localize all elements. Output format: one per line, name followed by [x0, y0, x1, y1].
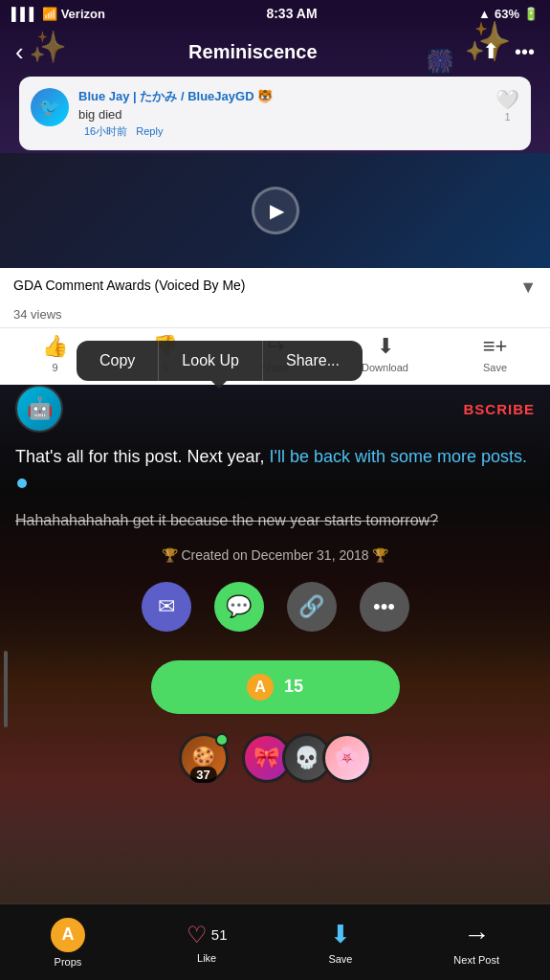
post-text: That's all for this post. Next year, I'l…: [15, 444, 535, 496]
yt-views: 34 views: [0, 307, 550, 327]
top-navigation: ‹ Reminiscence ⬆ •••: [0, 27, 550, 77]
context-menu: Copy Look Up Share...: [77, 341, 363, 381]
comment-card: 🐦 Blue Jay | たかみ / BlueJayGD 🐯 big died …: [19, 77, 531, 150]
wifi-icon: 📶: [42, 7, 57, 21]
author-avatar[interactable]: 🤖: [15, 385, 63, 433]
back-button[interactable]: ‹: [15, 37, 24, 67]
context-copy[interactable]: Copy: [77, 341, 159, 381]
yt-info: GDA Comment Awards (Voiced By Me) ▼: [0, 268, 550, 307]
nav-right-actions: ⬆ •••: [482, 39, 535, 64]
carrier-label: Verizon: [61, 7, 105, 21]
yt-like-count: 9: [52, 362, 57, 373]
like-count-row: ♡ 51: [187, 922, 228, 948]
save-label: Save: [328, 953, 352, 965]
comment-content: Blue Jay | たかみ / BlueJayGD 🐯 big died 16…: [78, 88, 486, 139]
next-post-icon: →: [463, 920, 490, 950]
strikethrough-text: Hahahahahahah get it because the new yea…: [15, 509, 535, 532]
props-button[interactable]: A 15: [151, 660, 400, 714]
status-right: ▲ 63% 🔋: [478, 7, 539, 21]
like-count-value: 51: [211, 926, 228, 943]
context-lookup[interactable]: Look Up: [159, 341, 263, 381]
comment-likes: 1: [504, 111, 510, 122]
props-count: 15: [284, 677, 303, 696]
chat-icon: 💬: [226, 594, 252, 619]
props-letter: A: [61, 924, 74, 945]
like-label: Like: [197, 952, 216, 964]
nav-next-post[interactable]: → Next Post: [453, 920, 499, 966]
subscribe-button[interactable]: BSCRIBE: [463, 401, 535, 417]
comment-meta: 16小时前 Reply: [78, 124, 486, 139]
props-label: Props: [55, 956, 82, 968]
comment-avatar: 🐦: [31, 88, 69, 126]
props-icon: A: [247, 674, 274, 701]
comment-reply[interactable]: Reply: [136, 125, 163, 137]
page-title: Reminiscence: [188, 41, 318, 63]
battery-label: 63%: [495, 7, 519, 21]
location-icon: ▲: [478, 7, 491, 21]
comment-time: 16小时前: [84, 125, 127, 137]
yt-download-label: Download: [362, 362, 408, 373]
next-post-label: Next Post: [453, 954, 499, 966]
created-date: 🏆 Created on December 31, 2018 🏆: [15, 547, 535, 563]
profile-avatars-row: 🍪 37 🎀 💀 🌸: [15, 733, 535, 783]
signal-icon: ▌▌▌: [11, 7, 38, 21]
chat-button[interactable]: 💬: [214, 582, 264, 632]
status-time: 8:33 AM: [266, 6, 317, 21]
link-icon: 🔗: [298, 594, 324, 619]
more-button[interactable]: •••: [360, 582, 409, 632]
context-share[interactable]: Share...: [263, 341, 363, 381]
link-button[interactable]: 🔗: [287, 582, 337, 632]
yt-title: GDA Comment Awards (Voiced By Me): [13, 278, 512, 293]
yt-save-label: Save: [483, 362, 507, 373]
status-carrier: ▌▌▌ 📶 Verizon: [11, 7, 105, 21]
heart-nav-icon: ♡: [187, 922, 208, 948]
yt-dropdown-icon[interactable]: ▼: [519, 278, 537, 298]
nav-save[interactable]: ⬇ Save: [328, 920, 352, 965]
nav-props[interactable]: A Props: [51, 918, 85, 968]
comment-count: 37: [196, 768, 209, 782]
bottom-navigation: A Props ♡ 51 Like ⬇ Save → Next Post: [0, 903, 550, 980]
thumbs-up-icon: 👍: [42, 334, 68, 359]
selected-text: I'll be back with some more posts.: [270, 447, 528, 466]
online-indicator: [215, 733, 229, 746]
status-bar: ▌▌▌ 📶 Verizon 8:33 AM ▲ 63% 🔋: [0, 0, 550, 27]
save-playlist-icon: ≡+: [483, 334, 508, 359]
yt-thumbnail: ▶: [0, 153, 550, 268]
likers-avatars: 🎀 💀 🌸: [252, 733, 372, 783]
more-options-icon[interactable]: •••: [515, 41, 535, 63]
post-author-row: 🤖 BSCRIBE: [15, 385, 535, 433]
comment-counter-wrapper: 🍪 37: [179, 733, 229, 783]
content-area: 🤖 BSCRIBE That's all for this post. Next…: [0, 373, 550, 810]
comment-heart[interactable]: 🤍 1: [495, 88, 519, 122]
liker-avatar-3[interactable]: 🌸: [322, 733, 372, 783]
share-icon[interactable]: ⬆: [482, 39, 499, 64]
battery-icon: 🔋: [523, 7, 539, 21]
mail-icon: ✉: [158, 594, 175, 619]
left-indicator: [4, 651, 8, 727]
props-nav-icon: A: [51, 918, 85, 952]
comment-count-badge: 37: [189, 767, 216, 783]
save-nav-icon: ⬇: [330, 920, 351, 949]
heart-icon: 🤍: [495, 88, 519, 111]
action-buttons: ✉ 💬 🔗 •••: [15, 582, 535, 632]
mail-button[interactable]: ✉: [142, 582, 191, 632]
comment-text: big died: [78, 107, 486, 122]
download-icon: ⬇: [377, 334, 394, 359]
yt-save-action[interactable]: ≡+ Save: [462, 334, 529, 373]
nav-like[interactable]: ♡ 51 Like: [187, 922, 228, 964]
comment-username: Blue Jay | たかみ / BlueJayGD 🐯: [78, 88, 486, 105]
more-icon: •••: [373, 594, 395, 619]
selection-cursor: [17, 479, 27, 488]
